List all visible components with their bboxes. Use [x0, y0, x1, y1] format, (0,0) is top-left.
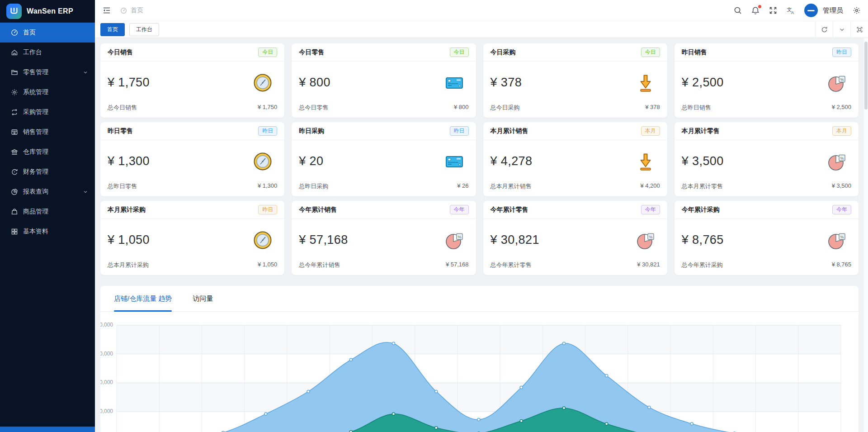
- stat-card-footer: 总今日销售¥ 1,750: [100, 104, 284, 118]
- svg-text:%: %: [840, 77, 844, 81]
- svg-text:20,000: 20,000: [100, 408, 113, 414]
- sidebar-item-label: 商品管理: [23, 208, 48, 216]
- sidebar-item-label: 首页: [23, 28, 36, 37]
- sidebar-item-10[interactable]: 基本资料: [0, 222, 95, 242]
- stat-card-body: ¥ 4,278: [483, 140, 667, 182]
- status-badge: 本月: [832, 126, 851, 136]
- sidebar-item-label: 销售管理: [23, 128, 48, 136]
- stat-card-value: ¥ 1,050: [108, 233, 150, 247]
- stat-card-title: 今日销售: [108, 48, 133, 57]
- stat-card-footer-label: 总今年累计采购: [682, 261, 723, 269]
- stat-card-footer-value: ¥ 8,765: [832, 261, 851, 269]
- status-badge: 今日: [450, 47, 469, 57]
- stat-card-footer-label: 总今日销售: [108, 104, 137, 112]
- stat-card-footer-value: ¥ 30,821: [637, 261, 660, 269]
- page-tab-0[interactable]: 首页: [100, 23, 125, 36]
- repeat-icon: [11, 109, 18, 116]
- chart-tab-0[interactable]: 店铺/仓库流量 趋势: [114, 286, 172, 311]
- clock-icon: [253, 73, 273, 93]
- stat-card: 今日零售今日¥ 800总今日零售¥ 800: [292, 43, 476, 118]
- chart-card: 店铺/仓库流量 趋势访问量 20,00040,00060,00080,000: [100, 286, 859, 432]
- stat-card-title: 本月累计零售: [682, 127, 720, 135]
- stat-card: 今年累计零售今年¥ 30,821%总今年累计零售¥ 30,821: [483, 201, 667, 275]
- chart-area: 20,00040,00060,00080,000: [100, 312, 859, 432]
- status-badge: 昨日: [258, 205, 277, 214]
- fullscreen-expand-icon[interactable]: [769, 6, 777, 14]
- clock-icon: [253, 152, 273, 171]
- stat-card-head: 本月累计零售本月: [675, 122, 859, 140]
- sidebar-item-5[interactable]: 销售管理: [0, 122, 95, 142]
- sidebar-item-9[interactable]: 商品管理: [0, 202, 95, 222]
- notifications-bell-icon[interactable]: [751, 6, 760, 14]
- stat-card-footer-value: ¥ 1,300: [258, 182, 277, 190]
- card-icon: [444, 73, 464, 93]
- sidebar-item-3[interactable]: 系统管理: [0, 82, 95, 102]
- page-tab-1[interactable]: 工作台: [129, 23, 159, 36]
- stat-card-head: 今年累计零售今年: [483, 201, 667, 219]
- gear-icon: [11, 89, 18, 96]
- stat-card-head: 本月累计销售本月: [483, 122, 667, 140]
- stat-card-footer-value: ¥ 378: [645, 104, 660, 112]
- username[interactable]: 管理员: [823, 6, 843, 15]
- finance-icon: [11, 168, 18, 176]
- maximize-icon[interactable]: [850, 21, 868, 38]
- stat-card: 本月累计零售本月¥ 3,500%总本月累计零售¥ 3,500: [675, 122, 859, 196]
- stat-card-title: 今日采购: [491, 48, 516, 57]
- avatar[interactable]: [804, 4, 818, 17]
- sidebar-item-label: 基本资料: [23, 228, 48, 236]
- stat-card-footer: 总昨日销售¥ 2,500: [675, 104, 859, 118]
- stat-card-footer-label: 总今年累计零售: [491, 261, 532, 269]
- stat-card: 昨日零售昨日¥ 1,300总昨日零售¥ 1,300: [100, 122, 284, 196]
- sidebar-item-label: 零售管理: [23, 68, 48, 76]
- app-title: WanSen ERP: [27, 7, 73, 15]
- stat-card-footer: 总本月累计采购¥ 1,050: [100, 261, 284, 275]
- svg-text:80,000: 80,000: [100, 322, 113, 328]
- sidebar-item-7[interactable]: 财务管理: [0, 162, 95, 182]
- chevron-down-icon[interactable]: [833, 21, 850, 38]
- app-logo: WanSen ERP: [0, 0, 95, 23]
- stat-card-footer: 总今日采购¥ 378: [483, 104, 667, 118]
- settings-gear-icon[interactable]: [853, 6, 861, 14]
- refresh-icon[interactable]: [815, 21, 833, 38]
- sidebar-collapse-icon[interactable]: [102, 6, 111, 15]
- translate-icon[interactable]: 文A: [787, 6, 795, 14]
- sidebar-item-0[interactable]: 首页: [0, 23, 95, 43]
- stat-card-footer-value: ¥ 4,200: [640, 182, 660, 190]
- topbar-actions: 文A 管理员: [734, 4, 861, 17]
- status-badge: 本月: [641, 126, 660, 136]
- stat-card-head: 今日采购今日: [483, 43, 667, 62]
- stat-card-footer-label: 总本月累计销售: [491, 182, 532, 190]
- stat-card-body: ¥ 1,050: [100, 219, 284, 261]
- stat-card: 今年累计销售今年¥ 57,168%总今年累计销售¥ 57,168: [292, 201, 476, 275]
- chevron-down-icon: [82, 69, 89, 76]
- sidebar-item-1[interactable]: 工作台: [0, 43, 95, 62]
- stat-card-footer-value: ¥ 26: [457, 182, 468, 190]
- sidebar-item-2[interactable]: 零售管理: [0, 62, 95, 82]
- stat-card-head: 今年累计销售今年: [292, 201, 476, 219]
- pie-icon: %: [444, 230, 464, 250]
- stat-card-value: ¥ 1,750: [108, 76, 150, 90]
- stat-card-head: 今年累计采购今年: [675, 201, 859, 219]
- status-badge: 今日: [258, 47, 277, 57]
- stat-card: 本月累计销售本月¥ 4,278总本月累计销售¥ 4,200: [483, 122, 667, 196]
- sidebar-item-8[interactable]: 报表查询: [0, 182, 95, 202]
- sidebar: WanSen ERP 首页工作台零售管理系统管理采购管理销售管理仓库管理财务管理…: [0, 0, 95, 432]
- sidebar-nav: 首页工作台零售管理系统管理采购管理销售管理仓库管理财务管理报表查询商品管理基本资…: [0, 23, 95, 242]
- traffic-trend-chart: 20,00040,00060,00080,000: [100, 315, 859, 432]
- sidebar-item-label: 采购管理: [23, 108, 48, 116]
- stat-card-footer-value: ¥ 800: [454, 104, 469, 112]
- stat-card-value: ¥ 20: [299, 154, 323, 168]
- breadcrumb: 首页: [120, 6, 143, 14]
- folder-icon: [11, 69, 18, 76]
- vertical-scrollbar[interactable]: [864, 42, 868, 109]
- stat-card-body: ¥ 1,300: [100, 140, 284, 182]
- stat-card-footer-label: 总今年累计销售: [299, 261, 340, 269]
- chart-tab-1[interactable]: 访问量: [193, 286, 213, 311]
- stat-card-footer: 总今年累计零售¥ 30,821: [483, 261, 667, 275]
- sidebar-item-6[interactable]: 仓库管理: [0, 142, 95, 162]
- download-icon: [636, 152, 656, 171]
- stat-card-value: ¥ 4,278: [491, 154, 533, 168]
- search-icon[interactable]: [734, 6, 742, 14]
- dashboard-icon: [11, 29, 18, 36]
- sidebar-item-4[interactable]: 采购管理: [0, 102, 95, 122]
